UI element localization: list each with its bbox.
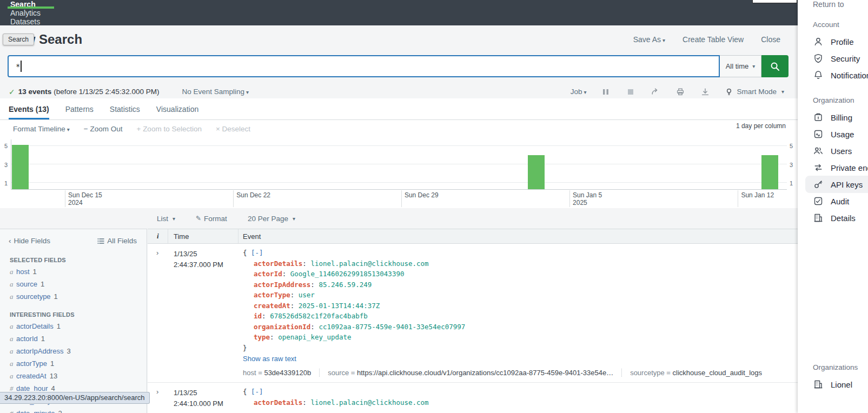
search-button[interactable] bbox=[761, 55, 789, 77]
menu-item[interactable]: Users bbox=[813, 145, 868, 157]
event-footer-field[interactable]: host = 53de4339120b bbox=[243, 369, 319, 377]
header-action-button[interactable]: Close bbox=[761, 35, 780, 44]
search-mode-dropdown[interactable]: Smart Mode ▾ bbox=[725, 88, 784, 96]
y-tick-label: 3 bbox=[4, 162, 8, 168]
json-field: type: openapi_key_update bbox=[243, 332, 792, 343]
menu-item[interactable]: Profile bbox=[813, 36, 868, 48]
nav-item[interactable]: Search bbox=[0, 0, 62, 9]
field-item[interactable]: aactorType1 bbox=[10, 357, 147, 370]
gridline bbox=[11, 164, 787, 164]
event-footer-field[interactable]: source = https://api.clickhouse.cloud/v1… bbox=[319, 369, 621, 377]
menu-item[interactable]: Lionel bbox=[813, 378, 868, 390]
menu-item[interactable]: Billing bbox=[813, 111, 868, 123]
expand-row-icon[interactable]: › bbox=[148, 244, 168, 382]
event-row: › 1/13/25 2:44:37.000 PM { [-] actorDeta… bbox=[148, 244, 798, 383]
key-icon bbox=[813, 179, 824, 190]
search-input[interactable]: * bbox=[8, 55, 720, 77]
export-icon[interactable] bbox=[700, 86, 711, 97]
timeline-control[interactable]: − Zoom Out bbox=[84, 125, 123, 133]
field-item[interactable]: acreatedAt13 bbox=[10, 370, 147, 382]
results-tab[interactable]: Visualization bbox=[156, 105, 198, 119]
shield-icon bbox=[813, 53, 824, 64]
hide-fields-button[interactable]: ‹Hide Fields bbox=[9, 237, 50, 245]
menu-item[interactable]: Audit bbox=[813, 195, 868, 207]
collapse-json-link[interactable]: [-] bbox=[251, 388, 263, 396]
field-item[interactable]: aactorId1 bbox=[10, 332, 147, 345]
field-item[interactable]: aactorIpAddress3 bbox=[10, 345, 147, 357]
time-range-picker[interactable]: All time ▾ bbox=[720, 55, 761, 77]
event-time: 1/13/25 2:44:37.000 PM bbox=[168, 244, 238, 382]
nav-item[interactable]: Datasets bbox=[0, 17, 62, 26]
expand-row-icon[interactable]: › bbox=[148, 383, 168, 413]
column-header-event: Event bbox=[238, 232, 798, 241]
y-tick-label: 5 bbox=[4, 143, 8, 149]
return-link[interactable]: Return to bbox=[813, 0, 844, 9]
field-type-icon: a bbox=[10, 292, 16, 301]
collapse-json-link[interactable]: [-] bbox=[251, 249, 263, 257]
check-icon: ✓ bbox=[9, 88, 15, 96]
all-fields-button[interactable]: All Fields bbox=[97, 237, 137, 245]
timeline-controls: Format Timeline▾− Zoom Out+ Zoom to Sele… bbox=[13, 125, 250, 133]
menu-item[interactable]: Notifications bbox=[813, 69, 868, 81]
results-tab[interactable]: Statistics bbox=[110, 105, 140, 119]
histogram-bar[interactable] bbox=[761, 155, 778, 189]
events-detail: (before 1/13/25 2:45:32.000 PM) bbox=[54, 88, 159, 96]
browser-status-bar: 34.29.223.20:8000/en-US/app/search/searc… bbox=[0, 392, 150, 404]
menu-item[interactable]: Usage bbox=[813, 128, 868, 140]
menu-item[interactable]: API keys bbox=[813, 178, 868, 190]
field-item[interactable]: ahost1 bbox=[10, 265, 147, 278]
organization-section-header: Organization bbox=[813, 96, 868, 104]
cloud-console-menu: Return to Account ProfileSecurityNotific… bbox=[798, 0, 868, 413]
histogram-bar[interactable] bbox=[12, 145, 29, 189]
histogram-bar[interactable] bbox=[528, 155, 545, 189]
event-sampling-dropdown[interactable]: No Event Sampling▾ bbox=[182, 88, 249, 96]
x-tick-label: Sun Dec 29 bbox=[405, 191, 439, 199]
field-type-icon: a bbox=[10, 359, 16, 368]
event-time: 1/13/25 2:44:10.000 PM bbox=[168, 383, 238, 413]
stop-icon[interactable] bbox=[625, 86, 636, 97]
chevron-down-icon: ▾ bbox=[662, 37, 665, 43]
chevron-down-icon: ▾ bbox=[67, 126, 70, 132]
pause-icon[interactable] bbox=[600, 86, 611, 97]
job-menu[interactable]: Job▾ bbox=[571, 88, 587, 96]
share-icon[interactable] bbox=[650, 86, 661, 97]
show-raw-text-link[interactable]: Show as raw text bbox=[243, 355, 296, 363]
field-item[interactable]: asource1 bbox=[10, 278, 147, 290]
chevron-down-icon: ▾ bbox=[173, 216, 175, 222]
results-tab[interactable]: Events (13) bbox=[9, 105, 49, 119]
arrows-icon bbox=[813, 162, 824, 173]
y-tick-label: 5 bbox=[790, 143, 793, 149]
nav-item[interactable]: Analytics bbox=[0, 9, 62, 17]
person-icon bbox=[813, 36, 824, 47]
results-tab[interactable]: Patterns bbox=[65, 105, 94, 119]
x-tick-label: Sun Dec 152024 bbox=[68, 191, 102, 206]
format-button[interactable]: ✎Format bbox=[196, 215, 227, 223]
audit-icon bbox=[813, 196, 824, 206]
timeline-control[interactable]: Format Timeline▾ bbox=[13, 125, 70, 133]
menu-item[interactable]: Private endpoints bbox=[813, 162, 868, 174]
list-icon bbox=[97, 238, 104, 244]
results-controls: List▾ ✎Format 20 Per Page▾ bbox=[157, 208, 295, 229]
timeline-control[interactable]: + Zoom to Selection bbox=[136, 125, 201, 133]
field-type-icon: a bbox=[10, 280, 16, 289]
event-row: › 1/13/25 2:44:10.000 PM { [-] actorDeta… bbox=[148, 383, 798, 413]
field-type-icon: a bbox=[10, 372, 16, 381]
chevron-down-icon: ▾ bbox=[584, 89, 586, 95]
field-item[interactable]: #date_minute2 bbox=[10, 407, 147, 413]
field-item[interactable]: aactorDetails1 bbox=[10, 320, 147, 332]
events-count: 13 events bbox=[18, 88, 52, 96]
nav-tooltip: Search bbox=[3, 34, 34, 45]
y-tick-label: 3 bbox=[790, 162, 793, 168]
event-histogram[interactable] bbox=[11, 139, 787, 190]
header-action-button[interactable]: Save As▾ bbox=[633, 35, 665, 44]
json-field: actorType: user bbox=[243, 290, 792, 301]
menu-item[interactable]: Security bbox=[813, 52, 868, 64]
view-mode-dropdown[interactable]: List▾ bbox=[157, 215, 175, 223]
menu-item[interactable]: Details bbox=[813, 212, 868, 224]
field-item[interactable]: asourcetype1 bbox=[10, 290, 147, 303]
print-icon[interactable] bbox=[675, 86, 686, 97]
event-footer-field[interactable]: sourcetype = clickhouse_cloud_audit_logs bbox=[621, 369, 770, 377]
per-page-dropdown[interactable]: 20 Per Page▾ bbox=[248, 215, 295, 223]
timeline-control[interactable]: × Deselect bbox=[216, 125, 250, 133]
header-action-button[interactable]: Create Table View bbox=[683, 35, 744, 44]
